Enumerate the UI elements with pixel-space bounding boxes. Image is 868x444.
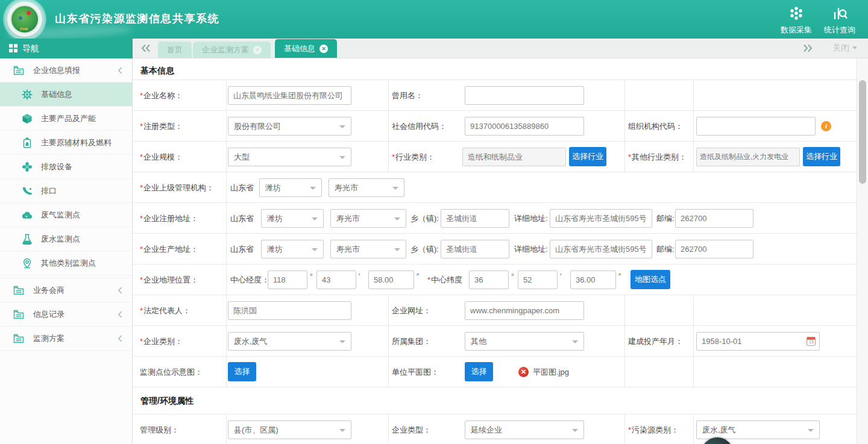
tab-basic-info[interactable]: 基础信息✕ xyxy=(275,39,337,58)
prod-town-input[interactable] xyxy=(441,240,509,258)
sidebar-item-basic-info[interactable]: 基础信息 xyxy=(0,83,132,107)
selected-value: 延续企业 xyxy=(471,421,502,439)
prod-zip-input[interactable] xyxy=(675,240,753,258)
sidebar-group-label: 监测方案 xyxy=(33,327,64,351)
plan-file-name: 平面图.jpg xyxy=(533,357,569,387)
sidebar-group-enterprise-info[interactable]: 企业信息填报 xyxy=(0,58,132,83)
former-name-input[interactable] xyxy=(465,86,584,105)
choose-industry-button[interactable]: 选择行业 xyxy=(569,147,606,166)
prod-county-select[interactable]: 寿光市 xyxy=(330,240,406,258)
app-root: ZHB 山东省污染源监测信息共享系统 数据采集 统计查询 导航 企业信息填报 基… xyxy=(0,0,868,444)
reg-detail-input[interactable] xyxy=(550,209,652,228)
zip-label: 邮编: xyxy=(656,234,675,264)
prod-city-select[interactable]: 潍坊 xyxy=(261,240,324,258)
chevron-left-icon xyxy=(118,287,122,294)
reg-town-input[interactable] xyxy=(441,209,509,228)
credit-code-input[interactable] xyxy=(465,117,584,136)
scrollbar-track[interactable] xyxy=(858,58,868,444)
prod-detail-input[interactable] xyxy=(550,240,652,258)
selected-value: 潍坊 xyxy=(265,179,281,196)
built-date-input[interactable] xyxy=(696,332,820,351)
lat-min-input[interactable] xyxy=(518,270,558,289)
close-all-dropdown[interactable]: 关闭 xyxy=(832,43,857,54)
stats-query-button[interactable]: 统计查询 xyxy=(819,5,861,36)
scroll-tabs-left-icon[interactable] xyxy=(141,44,151,52)
close-tab-icon[interactable]: ✕ xyxy=(253,46,262,54)
reg-zip-input[interactable] xyxy=(675,209,753,228)
sidebar-group-business[interactable]: 业务会商 xyxy=(0,278,132,302)
section-title-management: 管理/环境属性 xyxy=(133,387,857,414)
info-icon[interactable]: i xyxy=(821,121,831,131)
selected-value: 寿光市 xyxy=(336,210,360,227)
org-code-input[interactable] xyxy=(696,117,816,136)
group-select[interactable]: 其他 xyxy=(465,332,584,351)
selected-value: 废水,废气 xyxy=(234,333,268,350)
dots-cluster-icon xyxy=(788,5,804,21)
form-row-scale: 企业规模： 大型 行业类别： 选择行业 其他行业类别： 选择行业 xyxy=(133,142,857,172)
close-tab-icon[interactable]: ✕ xyxy=(319,45,328,53)
header-bar: ZHB 山东省污染源监测信息共享系统 数据采集 统计查询 xyxy=(0,0,868,39)
mgmt-level-select[interactable]: 县(市、区属) xyxy=(228,421,351,439)
legal-rep-input[interactable] xyxy=(228,301,351,320)
tab-home[interactable]: 首页 xyxy=(158,42,192,58)
lng-sec-input[interactable] xyxy=(368,270,414,289)
lat-sec-input[interactable] xyxy=(570,270,616,289)
sidebar-item-water-monitoring[interactable]: 废水监测点 xyxy=(0,227,132,251)
selected-value: 废水,废气 xyxy=(702,421,736,439)
lng-min-input[interactable] xyxy=(316,270,356,289)
close-all-label: 关闭 xyxy=(832,43,849,52)
map-pick-button[interactable]: 地图选点 xyxy=(631,270,670,289)
chevron-down-icon xyxy=(392,187,398,190)
pollution-type-select[interactable]: 废水,废气 xyxy=(696,421,820,439)
built-date-label: 建成投产年月： xyxy=(628,326,683,357)
reg-city-select[interactable]: 潍坊 xyxy=(261,209,324,228)
choose-plan-button[interactable]: 选择 xyxy=(465,362,493,381)
scale-select[interactable]: 大型 xyxy=(228,148,351,166)
chevron-down-icon xyxy=(808,429,814,432)
second-unit: ″ xyxy=(417,272,419,281)
form-row-prod-address: 企业生产地址： 山东省 潍坊 寿光市 乡（镇): 详细地址: 邮编: xyxy=(133,234,857,264)
company-name-input[interactable] xyxy=(228,86,351,105)
other-industry-input[interactable] xyxy=(696,148,800,166)
sidebar-item-emission-equipment[interactable]: 排放设备 xyxy=(0,155,132,179)
sidebar-group-info-records[interactable]: 信息记录 xyxy=(0,302,132,327)
parent-org-city-select[interactable]: 潍坊 xyxy=(259,178,322,197)
parent-org-county-select[interactable]: 寿光市 xyxy=(329,178,404,197)
form-row-geo: 企业地理位置： 中心经度： ° ′ ″ 中心纬度 ° ′ ″ 地图选点 xyxy=(133,264,857,295)
reg-county-select[interactable]: 寿光市 xyxy=(330,209,406,228)
grid-icon xyxy=(9,44,17,52)
sidebar-item-products[interactable]: 主要产品及产能 xyxy=(0,107,132,131)
reg-type-select[interactable]: 股份有限公司 xyxy=(228,117,351,136)
website-input[interactable] xyxy=(465,301,584,320)
tab-enterprise-plan[interactable]: 企业监测方案✕ xyxy=(193,42,271,58)
chevron-down-icon xyxy=(312,217,318,220)
industry-input[interactable] xyxy=(462,148,566,166)
ent-type-select[interactable]: 延续企业 xyxy=(465,421,584,439)
category-select[interactable]: 废水,废气 xyxy=(228,332,351,351)
fuel-icon xyxy=(22,137,33,148)
chevron-left-icon xyxy=(118,335,122,342)
scroll-tabs-right-icon[interactable] xyxy=(803,44,813,52)
choose-other-industry-button[interactable]: 选择行业 xyxy=(803,147,840,166)
chevron-down-icon xyxy=(339,429,345,432)
lng-deg-input[interactable] xyxy=(268,270,307,289)
delete-file-icon[interactable]: ✕ xyxy=(518,367,529,377)
scrollbar-thumb[interactable] xyxy=(859,80,866,184)
calendar-icon[interactable] xyxy=(807,337,816,346)
sidebar-item-label: 主要产品及产能 xyxy=(41,107,96,131)
longitude-label: 中心经度： xyxy=(230,264,269,295)
prod-address-label: 企业生产地址： xyxy=(140,234,198,264)
sidebar-item-other-monitoring[interactable]: 其他类别监测点 xyxy=(0,251,132,275)
sidebar-item-outlets[interactable]: 排口 xyxy=(0,179,132,203)
sidebar-menu: 企业信息填报 基础信息 主要产品及产能 主要原辅材料及燃料 排放设备 排 xyxy=(0,58,132,351)
selected-value: 县(市、区属) xyxy=(234,421,278,439)
sidebar-item-gas-monitoring[interactable]: 废气监测点 xyxy=(0,203,132,227)
map-pin-icon xyxy=(22,258,33,269)
sidebar-group-monitoring-plan[interactable]: 监测方案 xyxy=(0,327,132,351)
data-collect-button[interactable]: 数据采集 xyxy=(775,5,817,36)
province-text: 山东省 xyxy=(230,172,254,203)
choose-sketch-button[interactable]: 选择 xyxy=(228,362,256,381)
cloud-icon xyxy=(22,210,33,220)
sidebar-item-materials[interactable]: 主要原辅材料及燃料 xyxy=(0,131,132,155)
lat-deg-input[interactable] xyxy=(469,270,509,289)
